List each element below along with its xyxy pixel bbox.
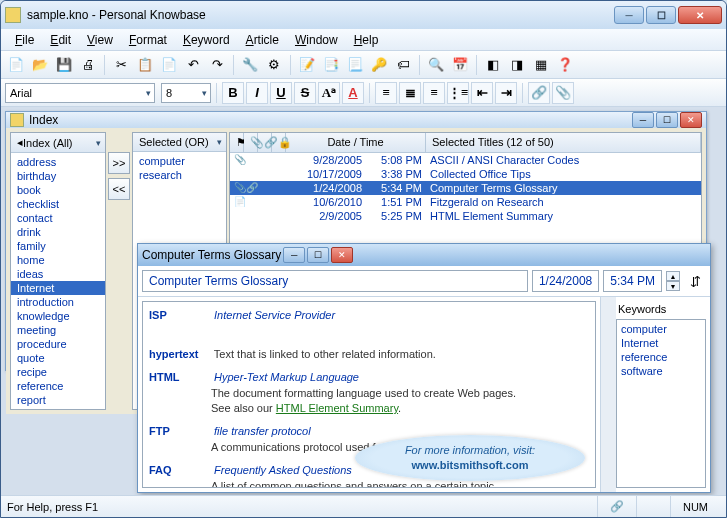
redo-icon[interactable]: ↷ <box>206 54 228 76</box>
cal-icon[interactable]: 📅 <box>449 54 471 76</box>
article-minimize-button[interactable]: ─ <box>283 247 305 263</box>
italic-button[interactable]: I <box>246 82 268 104</box>
underline-button[interactable]: U <box>270 82 292 104</box>
article-content[interactable]: ISP Internet Service Providerhypertext T… <box>142 301 596 488</box>
index-all-header[interactable]: ◂ Index (All) <box>11 133 105 153</box>
cut-icon[interactable]: ✂ <box>110 54 132 76</box>
menu-help[interactable]: Help <box>346 31 387 49</box>
index-item[interactable]: drink <box>11 225 105 239</box>
table-row[interactable]: 📎🔗1/24/20085:34 PMComputer Terms Glossar… <box>230 181 701 195</box>
paste-icon[interactable]: 📄 <box>158 54 180 76</box>
col-lock-icon[interactable]: 🔒 <box>272 133 286 152</box>
note3-icon[interactable]: 📃 <box>344 54 366 76</box>
copy-icon[interactable]: 📋 <box>134 54 156 76</box>
table-row[interactable]: 10/17/20093:38 PMCollected Office Tips <box>230 167 701 181</box>
maximize-button[interactable]: ☐ <box>646 6 676 24</box>
article-window[interactable]: Computer Terms Glossary ─ ☐ ✕ Computer T… <box>137 243 711 493</box>
index-item[interactable]: quote <box>11 351 105 365</box>
index-item[interactable]: introduction <box>11 295 105 309</box>
col-titles[interactable]: Selected Titles (12 of 50) <box>426 133 701 152</box>
index-item[interactable]: contact <box>11 211 105 225</box>
time-down-button[interactable]: ▼ <box>666 281 680 291</box>
index-item[interactable]: book <box>11 183 105 197</box>
keyword-item[interactable]: reference <box>621 350 701 364</box>
index-maximize-button[interactable]: ☐ <box>656 112 678 128</box>
keywords-list[interactable]: computerInternetreferencesoftware <box>616 319 706 488</box>
index-selected-header[interactable]: Selected (OR) <box>133 133 226 152</box>
super-button[interactable]: Aᵃ <box>318 82 340 104</box>
article-close-button[interactable]: ✕ <box>331 247 353 263</box>
index-item[interactable]: report <box>11 393 105 407</box>
help-icon[interactable]: ❓ <box>554 54 576 76</box>
keyword-item[interactable]: software <box>621 364 701 378</box>
index-item[interactable]: meeting <box>11 323 105 337</box>
article-time-field[interactable]: 5:34 PM <box>603 270 662 292</box>
table-row[interactable]: 📄10/6/20101:51 PMFitzgerald on Research <box>230 195 701 209</box>
index-titlebar[interactable]: Index ─ ☐ ✕ <box>6 112 706 128</box>
menu-format[interactable]: Format <box>121 31 175 49</box>
main-titlebar[interactable]: sample.kno - Personal Knowbase ─ ☐ ✕ <box>1 1 726 29</box>
index-all-list[interactable]: addressbirthdaybookchecklistcontactdrink… <box>11 153 105 409</box>
minimize-button[interactable]: ─ <box>614 6 644 24</box>
col-attach-icon[interactable]: 📎 <box>244 133 258 152</box>
table-row[interactable]: 2/9/20055:25 PMHTML Element Summary <box>230 209 701 223</box>
selected-item[interactable]: research <box>133 168 226 182</box>
menu-edit[interactable]: Edit <box>42 31 79 49</box>
align-center-button[interactable]: ≣ <box>399 82 421 104</box>
menu-view[interactable]: View <box>79 31 121 49</box>
undo-icon[interactable]: ↶ <box>182 54 204 76</box>
selected-item[interactable]: computer <box>133 154 226 168</box>
find-icon[interactable]: 🔍 <box>425 54 447 76</box>
menu-file[interactable]: File <box>7 31 42 49</box>
remove-keyword-button[interactable]: << <box>108 178 130 200</box>
index-item[interactable]: address <box>11 155 105 169</box>
index-item[interactable]: Internet <box>11 281 105 295</box>
note-icon[interactable]: 📝 <box>296 54 318 76</box>
table-row[interactable]: 📎9/28/20055:08 PMASCII / ANSI Character … <box>230 153 701 167</box>
close-button[interactable]: ✕ <box>678 6 722 24</box>
article-titlebar[interactable]: Computer Terms Glossary ─ ☐ ✕ <box>138 244 710 266</box>
index-item[interactable]: family <box>11 239 105 253</box>
misc2-icon[interactable]: ◨ <box>506 54 528 76</box>
article-scrollbar[interactable] <box>600 297 616 492</box>
bold-button[interactable]: B <box>222 82 244 104</box>
index-item[interactable]: procedure <box>11 337 105 351</box>
menu-keyword[interactable]: Keyword <box>175 31 238 49</box>
save-icon[interactable]: 💾 <box>53 54 75 76</box>
indent-button[interactable]: ⇥ <box>495 82 517 104</box>
index-item[interactable]: ideas <box>11 267 105 281</box>
font-select[interactable]: Arial <box>5 83 155 103</box>
key-icon[interactable]: 🔑 <box>368 54 390 76</box>
tool2-icon[interactable]: ⚙ <box>263 54 285 76</box>
index-minimize-button[interactable]: ─ <box>632 112 654 128</box>
time-up-button[interactable]: ▲ <box>666 271 680 281</box>
bullets-button[interactable]: ⋮≡ <box>447 82 469 104</box>
index-item[interactable]: home <box>11 253 105 267</box>
misc1-icon[interactable]: ◧ <box>482 54 504 76</box>
align-left-button[interactable]: ≡ <box>375 82 397 104</box>
color-button[interactable]: A <box>342 82 364 104</box>
attach-button[interactable]: 📎 <box>552 82 574 104</box>
index-close-button[interactable]: ✕ <box>680 112 702 128</box>
tool-icon[interactable]: 🔧 <box>239 54 261 76</box>
new-icon[interactable]: 📄 <box>5 54 27 76</box>
note2-icon[interactable]: 📑 <box>320 54 342 76</box>
col-datetime[interactable]: Date / Time <box>286 133 426 152</box>
article-heading-field[interactable]: Computer Terms Glossary <box>142 270 528 292</box>
menu-article[interactable]: Article <box>238 31 287 49</box>
align-right-button[interactable]: ≡ <box>423 82 445 104</box>
add-keyword-button[interactable]: >> <box>108 152 130 174</box>
keyword-item[interactable]: computer <box>621 322 701 336</box>
misc3-icon[interactable]: ▦ <box>530 54 552 76</box>
index-item[interactable]: reference <box>11 379 105 393</box>
keyword-item[interactable]: Internet <box>621 336 701 350</box>
article-maximize-button[interactable]: ☐ <box>307 247 329 263</box>
strike-button[interactable]: S <box>294 82 316 104</box>
index-item[interactable]: birthday <box>11 169 105 183</box>
col-link-icon[interactable]: 🔗 <box>258 133 272 152</box>
index-item[interactable]: recipe <box>11 365 105 379</box>
link-button[interactable]: 🔗 <box>528 82 550 104</box>
index-item[interactable]: knowledge <box>11 309 105 323</box>
article-date-field[interactable]: 1/24/2008 <box>532 270 599 292</box>
size-select[interactable]: 8 <box>161 83 211 103</box>
